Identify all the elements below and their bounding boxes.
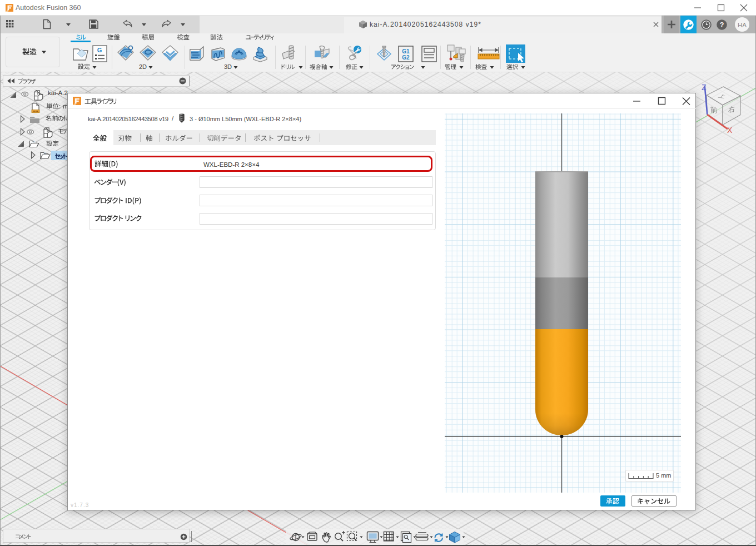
svg-text:HA: HA [738, 22, 747, 28]
svg-text:Z: Z [702, 83, 707, 92]
svg-text:G2: G2 [402, 54, 410, 61]
svg-text:?: ? [720, 21, 724, 29]
svg-text:X: X [727, 126, 733, 135]
svg-text:G: G [97, 47, 102, 53]
svg-text:G1: G1 [402, 48, 410, 54]
